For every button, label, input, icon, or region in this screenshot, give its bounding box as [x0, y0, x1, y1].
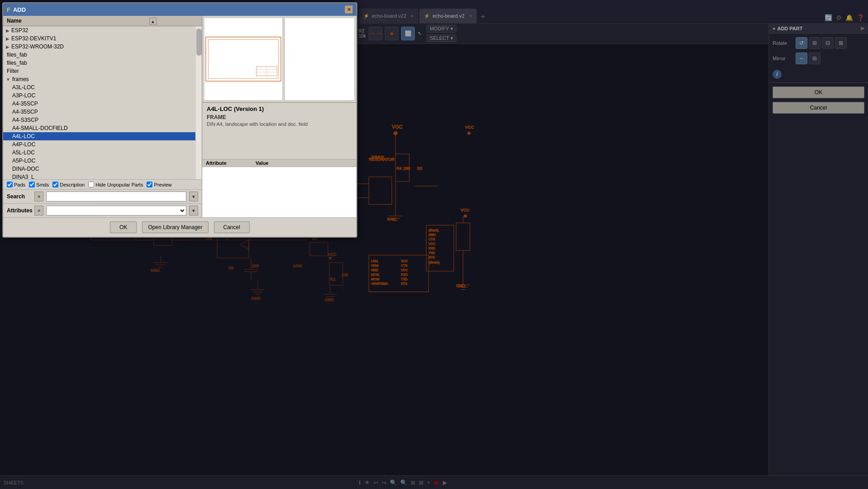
list-item-a435scp2[interactable]: A4-35SCP [3, 108, 202, 116]
list-item-a3lloc[interactable]: A3L-LOC [3, 83, 202, 91]
list-scrollbar-thumb[interactable] [196, 29, 202, 56]
preview-thumbnail [285, 18, 355, 101]
filter-desc-label: Description [60, 182, 85, 187]
preview-top [202, 16, 356, 103]
cancel-button[interactable]: Cancel [214, 221, 250, 233]
dialog-body: Name ▲ ▶ ESP32 ▶ [3, 16, 356, 217]
list-scrollbar-track[interactable] [195, 26, 202, 179]
attributes-select[interactable] [46, 206, 186, 216]
list-item-a4ploc[interactable]: A4P-LOC [3, 140, 202, 149]
filter-smds-label: Smds [36, 182, 49, 187]
filter-smds-checkbox[interactable] [29, 182, 35, 187]
dialog-title-icon: F [7, 6, 10, 13]
list-item-filesfab2[interactable]: files_fab [3, 59, 202, 67]
list-item-a4smalldocfield[interactable]: A4-SMALL-DOCFIELD [3, 124, 202, 132]
filter-hide-unpopular[interactable]: Hide Unpopular Parts [88, 182, 143, 187]
attributes-dropdown-btn[interactable]: ▼ [189, 206, 198, 216]
attr-table-header: Attribute Value [202, 159, 356, 167]
filter-pads[interactable]: Pads [7, 182, 25, 187]
label-a435scp2: A4-35SCP [12, 109, 38, 115]
collapse-btn[interactable]: ▲ [149, 18, 157, 25]
search-input[interactable] [46, 192, 186, 201]
list-item-esp32wroom[interactable]: ▶ ESP32-WROOM-32D [3, 43, 202, 51]
list-item-filter[interactable]: Filter [3, 67, 202, 75]
label-a5lloc: A5L-LOC [12, 149, 35, 156]
svg-rect-119 [285, 18, 354, 100]
preview-panel: A4L-LOC (Version 1) FRAME DIN A4, landsc… [202, 16, 356, 217]
label-a4smalldocfield: A4-SMALL-DOCFIELD [12, 125, 68, 131]
list-item-frames[interactable]: ▼ frames [3, 75, 202, 83]
attributes-clear-btn[interactable]: ✕ [34, 206, 43, 216]
search-clear-btn[interactable]: ✕ [34, 192, 43, 201]
preview-info: A4L-LOC (Version 1) FRAME DIN A4, landsc… [202, 103, 356, 159]
label-a4lloc: A4L-LOC [12, 133, 35, 139]
filter-preview[interactable]: Preview [147, 182, 171, 187]
preview-canvas [204, 18, 283, 101]
filter-hide-checkbox[interactable] [88, 182, 94, 187]
dialog-close-button[interactable]: ✕ [345, 5, 353, 14]
label-filesfab1: files_fab [7, 52, 27, 58]
preview-description: DIN A4, landscape with location and doc.… [207, 121, 352, 127]
ok-button[interactable]: OK [110, 221, 137, 233]
label-a5ploc: A5P-LOC [12, 158, 35, 164]
lib-list-items: ▶ ESP32 ▶ ESP32-DEVKITV1 ▶ ESP32-WROOM-3… [3, 26, 202, 179]
label-devkit: ESP32-DEVKITV1 [11, 35, 56, 42]
label-a4ploc: A4P-LOC [12, 141, 35, 148]
filter-pads-checkbox[interactable] [7, 182, 13, 187]
search-label: Search [7, 193, 32, 200]
list-item-dina3l[interactable]: DINA3_L [3, 173, 202, 179]
search-dropdown-btn[interactable]: ▼ [189, 192, 198, 201]
label-dina3l: DINA3_L [12, 174, 34, 179]
attr-col-attribute: Attribute [206, 160, 256, 166]
dialog-title: F ADD [7, 6, 26, 13]
dialog-overlay: F ADD ✕ Name ▲ ▶ [0, 0, 868, 489]
arrow-icon-wroom: ▶ [6, 44, 9, 49]
open-library-manager-button[interactable]: Open Library Manager [142, 221, 208, 233]
label-a435scp: A4-35SCP [12, 101, 38, 107]
label-filesfab2: files_fab [7, 60, 27, 66]
lib-list-scroll-area: ▶ ESP32 ▶ ESP32-DEVKITV1 ▶ ESP32-WROOM-3… [3, 26, 202, 179]
label-wroom: ESP32-WROOM-32D [11, 43, 64, 50]
filter-description[interactable]: Description [52, 182, 85, 187]
label-a4s3scp: A4-S3SCP [12, 117, 38, 123]
filter-pads-label: Pads [14, 182, 25, 187]
label-esp32: ESP32 [11, 27, 28, 34]
filter-smds[interactable]: Smds [29, 182, 49, 187]
dialog-footer: OK Open Library Manager Cancel [3, 217, 356, 237]
list-item-esp32[interactable]: ▶ ESP32 [3, 26, 202, 34]
list-item-a4lloc[interactable]: A4L-LOC [3, 132, 202, 140]
attr-col-value: Value [256, 160, 269, 166]
library-list-panel: Name ▲ ▶ ESP32 ▶ [3, 16, 202, 217]
list-item-a435scp[interactable]: A4-35SCP [3, 100, 202, 108]
filter-hide-label: Hide Unpopular Parts [95, 182, 143, 187]
list-item-a5lloc[interactable]: A5L-LOC [3, 149, 202, 157]
preview-title: A4L-LOC (Version 1) [207, 105, 352, 112]
list-item-filesfab1[interactable]: files_fab [3, 51, 202, 59]
svg-rect-112 [204, 36, 282, 82]
attributes-row: Attributes ✕ ▼ [3, 203, 202, 217]
label-frames: frames [12, 76, 29, 82]
list-item-a5ploc[interactable]: A5P-LOC [3, 157, 202, 165]
filter-preview-checkbox[interactable] [147, 182, 152, 187]
dialog-titlebar: F ADD ✕ [3, 3, 356, 16]
list-item-dinadoc[interactable]: DINA-DOC [3, 165, 202, 173]
label-filter: Filter [7, 68, 19, 74]
name-header: Name [7, 18, 22, 24]
list-item-a3ploc[interactable]: A3P-LOC [3, 91, 202, 100]
attributes-label: Attributes [7, 207, 32, 214]
preview-category: FRAME [207, 114, 352, 120]
filter-desc-checkbox[interactable] [52, 182, 58, 187]
dialog-title-text: ADD [13, 6, 26, 13]
arrow-icon-frames: ▼ [6, 77, 10, 82]
label-a3lloc: A3L-LOC [12, 84, 35, 91]
add-dialog: F ADD ✕ Name ▲ ▶ [2, 2, 357, 238]
list-item-esp32devkit[interactable]: ▶ ESP32-DEVKITV1 [3, 34, 202, 43]
arrow-icon-devkit: ▶ [6, 36, 9, 41]
attr-table-body [202, 167, 356, 218]
list-item-a4s3scp[interactable]: A4-S3SCP [3, 116, 202, 124]
filter-preview-label: Preview [154, 182, 171, 187]
lib-list-header: Name ▲ [3, 16, 202, 26]
label-a3ploc: A3P-LOC [12, 92, 35, 99]
arrow-icon-esp32: ▶ [6, 28, 9, 33]
label-dinadoc: DINA-DOC [12, 166, 39, 172]
